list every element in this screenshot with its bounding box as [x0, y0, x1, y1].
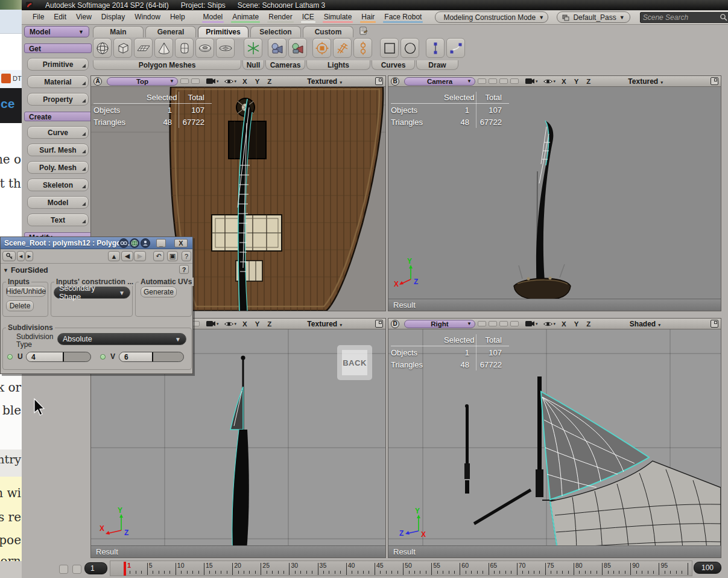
cone-primitive-button[interactable]	[154, 38, 173, 58]
memo-cam-slot[interactable]	[478, 78, 486, 84]
search-icon[interactable]	[720, 13, 727, 21]
viewport-d-letter[interactable]: D	[391, 320, 399, 328]
camera-alt-primitive-button[interactable]	[288, 38, 307, 58]
draw-linear-curve-button[interactable]	[426, 38, 445, 58]
viewport-b[interactable]: B Camera ▼ ▾ ▾ X Y Z Textured ▾	[388, 75, 721, 311]
cylinder-primitive-button[interactable]	[175, 38, 194, 58]
memo-cam-slot[interactable]	[499, 321, 508, 326]
viewport-b-letter[interactable]: B	[391, 77, 399, 86]
toolbar-module-dropdown[interactable]: Model ▼	[24, 26, 89, 37]
help-icon[interactable]: ?	[182, 251, 191, 261]
tab-general[interactable]: General	[145, 26, 196, 37]
viewport-d-display-mode[interactable]: Shaded ▾	[630, 320, 660, 328]
square-curve-button[interactable]	[380, 38, 399, 58]
memo-cam-slot[interactable]	[510, 78, 519, 84]
keep-open-key-icon[interactable]	[2, 251, 16, 261]
menu-ice[interactable]: ICE	[297, 11, 319, 24]
group-lights[interactable]: Lights	[306, 60, 370, 70]
torus-primitive-button[interactable]	[195, 38, 214, 58]
menu-view[interactable]: View	[71, 11, 97, 24]
refresh-icon[interactable]: ↶	[153, 251, 164, 261]
next-page-icon[interactable]: ▸	[25, 251, 33, 261]
hide-unhide-button[interactable]: Hide/Unhide	[6, 286, 46, 297]
camera-primitive-button[interactable]	[268, 38, 286, 58]
tab-main[interactable]: Main	[93, 26, 144, 37]
viewport-resize-icon[interactable]	[711, 320, 718, 328]
axis-toggle-xyz[interactable]: X Y Z	[242, 320, 274, 328]
null-primitive-button[interactable]	[244, 38, 262, 58]
sidebar-item-surf-mesh[interactable]: Surf. Mesh	[27, 144, 89, 156]
viewport-a-display-mode[interactable]: Textured ▾	[307, 77, 342, 86]
menu-simulate[interactable]: Simulate	[319, 11, 357, 24]
delete-button[interactable]: Delete	[6, 300, 34, 311]
memo-cam-slot[interactable]	[489, 78, 497, 84]
menu-help[interactable]: Help	[165, 11, 190, 24]
timeline-playhead[interactable]	[124, 562, 126, 576]
construction-mode-select[interactable]: Secondary Shape ▼	[54, 287, 130, 299]
sidebar-item-material[interactable]: Material	[27, 75, 89, 88]
camera-options-icon[interactable]: ▾	[525, 77, 538, 85]
v-subdivision-slider[interactable]: 6	[119, 352, 184, 362]
timeline-ruler[interactable]: 51015202530354045505560657075808590951	[110, 561, 692, 576]
close-button[interactable]: X	[174, 239, 188, 247]
goggles-icon[interactable]	[119, 238, 128, 248]
sidebar-header-create[interactable]: Create	[24, 112, 92, 121]
menu-window[interactable]: Window	[130, 11, 165, 24]
menu-render[interactable]: Render	[264, 11, 297, 24]
sidebar-item-primitive[interactable]: Primitive	[27, 58, 89, 71]
collapse-arrow-icon[interactable]: ▼	[3, 267, 8, 273]
copy-icon[interactable]: ▣	[167, 251, 178, 261]
camera-options-icon[interactable]: ▾	[206, 77, 219, 85]
visibility-options-icon[interactable]: ▾	[543, 320, 556, 328]
menu-display[interactable]: Display	[97, 11, 130, 24]
history-back-icon[interactable]: ◀	[121, 251, 133, 261]
viewport-b-content[interactable]: Y X Z Selected Total Objects 1 107 Trian…	[388, 87, 721, 311]
viewport-resize-icon[interactable]	[375, 320, 383, 328]
u-subdivision-slider[interactable]: 4	[26, 352, 91, 362]
grid-primitive-button[interactable]	[134, 38, 153, 58]
sphere-primitive-button[interactable]	[93, 38, 112, 58]
v-animatable-dot[interactable]	[100, 354, 106, 360]
generate-button[interactable]: Generate	[141, 287, 177, 297]
sidebar-item-model[interactable]: Model	[27, 196, 89, 209]
viewport-a-letter[interactable]: A	[93, 77, 102, 86]
viewport-resize-icon[interactable]	[375, 77, 383, 85]
sidebar-item-curve[interactable]: Curve	[27, 126, 89, 139]
tab-primitives[interactable]: Primitives	[198, 26, 248, 37]
viewport-d[interactable]: D Right ▼ ▾ ▾ X Y Z Shaded ▾	[388, 318, 721, 558]
point-light-button[interactable]	[353, 38, 372, 58]
visibility-options-icon[interactable]: ▾	[224, 78, 237, 85]
group-null[interactable]: Null	[242, 60, 264, 70]
sidebar-item-text[interactable]: Text	[27, 214, 89, 226]
draw-cv-curve-button[interactable]	[446, 38, 465, 58]
history-forward-icon[interactable]: ▶	[134, 251, 146, 261]
sidebar-header-get[interactable]: Get	[24, 43, 92, 53]
viewport-d-view-dropdown[interactable]: Right ▼	[404, 320, 475, 328]
current-frame-field[interactable]: 1	[84, 562, 107, 574]
menu-animate[interactable]: Animate	[227, 11, 264, 24]
axis-toggle-xyz[interactable]: X Y Z	[562, 78, 593, 85]
memo-cam-slot[interactable]	[180, 78, 189, 84]
menu-model[interactable]: Model	[198, 11, 228, 24]
viewport-resize-icon[interactable]	[711, 77, 718, 85]
menu-edit[interactable]: Edit	[49, 11, 71, 24]
construction-mode-dropdown[interactable]: Modeling Construction Mode ▼	[435, 11, 548, 23]
shelf-edit-icon[interactable]	[358, 25, 369, 36]
search-input[interactable]	[643, 13, 720, 22]
group-curves[interactable]: Curves	[372, 60, 415, 70]
render-pass-dropdown[interactable]: Default_Pass ▼	[557, 11, 630, 23]
viewport-d-content[interactable]: Y Z X Selected Total Objects 1 107 Trian…	[388, 329, 721, 557]
tab-custom[interactable]: Custom	[303, 26, 353, 37]
subdivision-type-select[interactable]: Absolute ▼	[57, 333, 186, 345]
memo-cam-slot[interactable]	[499, 78, 508, 84]
up-level-icon[interactable]: ▲	[108, 251, 120, 261]
memo-cam-slot[interactable]	[489, 321, 497, 326]
lock-icon[interactable]	[141, 238, 150, 248]
axis-toggle-xyz[interactable]: X Y Z	[242, 78, 274, 85]
timeline-mini-button[interactable]	[59, 565, 68, 574]
cube-primitive-button[interactable]	[113, 38, 132, 58]
sidebar-item-skeleton[interactable]: Skeleton	[27, 179, 89, 191]
viewport-b-view-dropdown[interactable]: Camera ▼	[404, 77, 475, 86]
window-titlebar[interactable]: Autodesk Softimage 2014 SP2 (64-bit) Pro…	[22, 0, 728, 10]
spot-light-button[interactable]	[312, 38, 331, 58]
